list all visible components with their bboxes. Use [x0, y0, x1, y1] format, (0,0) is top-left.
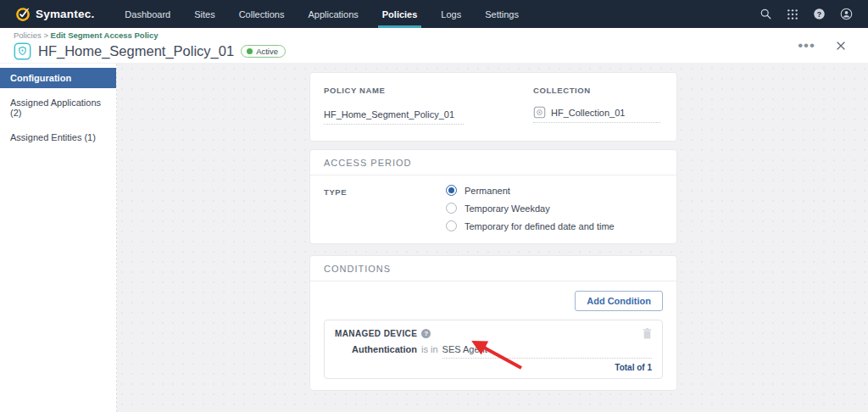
delete-condition-icon[interactable]: [643, 328, 652, 339]
nav-item-policies[interactable]: Policies: [370, 0, 430, 28]
breadcrumb: Policies > Edit Segment Access Policy: [14, 31, 286, 40]
sidebar: Configuration Assigned Applications (2) …: [0, 64, 117, 412]
breadcrumb-current: Edit Segment Access Policy: [51, 31, 159, 40]
symantec-logo-icon: [15, 7, 31, 22]
body-row: Configuration Assigned Applications (2) …: [0, 64, 868, 412]
breadcrumb-separator: >: [43, 31, 48, 40]
page-title: HF_Home_Segment_Policy_01: [38, 43, 234, 59]
policy-name-input[interactable]: [324, 109, 464, 125]
radio-option-temporary-datetime[interactable]: Temporary for defined date and time: [446, 220, 615, 231]
nav-item-collections[interactable]: Collections: [227, 0, 297, 28]
condition-type-label: MANAGED DEVICE: [335, 329, 417, 338]
access-type-radio-group: Permanent Temporary Weekday Temporary fo…: [446, 185, 615, 231]
policy-name-field-group: POLICY NAME: [324, 86, 533, 125]
nav-item-applications[interactable]: Applications: [296, 0, 370, 28]
symantec-logo[interactable]: Symantec.: [15, 7, 94, 22]
sidebar-item-configuration[interactable]: Configuration: [0, 68, 116, 88]
top-nav: Symantec. Dashboard Sites Collections Ap…: [0, 0, 868, 28]
type-label: TYPE: [324, 185, 446, 220]
nav-item-settings[interactable]: Settings: [473, 0, 531, 28]
radio-temporary-weekday-label: Temporary Weekday: [465, 203, 550, 214]
page-header: Policies > Edit Segment Access Policy HF…: [0, 28, 868, 64]
condition-help-icon[interactable]: ?: [421, 329, 431, 338]
condition-total: Total of 1: [335, 363, 652, 372]
access-period-header: ACCESS PERIOD: [310, 150, 676, 175]
conditions-header: CONDITIONS: [310, 256, 676, 281]
nav-item-logs[interactable]: Logs: [429, 0, 473, 28]
search-icon[interactable]: [760, 8, 772, 20]
radio-option-permanent[interactable]: Permanent: [446, 185, 615, 196]
nav-links: Dashboard Sites Collections Applications…: [113, 0, 531, 28]
status-badge: Active: [241, 45, 286, 58]
radio-temporary-datetime-label: Temporary for defined date and time: [465, 221, 615, 231]
title-row: HF_Home_Segment_Policy_01 Active: [14, 42, 286, 60]
radio-temporary-datetime[interactable]: [446, 220, 457, 231]
header-actions: •••: [798, 41, 854, 51]
nav-item-sites[interactable]: Sites: [182, 0, 226, 28]
account-icon[interactable]: [840, 8, 853, 20]
condition-value[interactable]: SES Agent: [442, 344, 652, 359]
more-options-icon[interactable]: •••: [798, 42, 815, 50]
collection-field-group: COLLECTION HF_Collection_01: [533, 86, 663, 125]
condition-expression: Authentication is in SES Agent: [352, 344, 652, 359]
status-dot-icon: [247, 48, 253, 54]
policy-details-card: POLICY NAME COLLECTION HF_Collection_01: [309, 72, 677, 142]
brand-name: Symantec.: [36, 8, 94, 20]
conditions-card: CONDITIONS Add Condition MANAGED DEVICE …: [309, 255, 677, 391]
collection-label: COLLECTION: [533, 86, 663, 95]
policy-shield-icon: [14, 42, 31, 60]
close-icon[interactable]: [836, 41, 846, 51]
nav-item-dashboard[interactable]: Dashboard: [113, 0, 182, 28]
radio-option-temporary-weekday[interactable]: Temporary Weekday: [446, 203, 615, 214]
access-period-card: ACCESS PERIOD TYPE Permanent Temporary W…: [309, 149, 677, 244]
main-content: POLICY NAME COLLECTION HF_Collection_01: [117, 64, 868, 412]
radio-permanent-label: Permanent: [465, 186, 510, 196]
collection-name: HF_Collection_01: [551, 108, 625, 118]
collection-value[interactable]: HF_Collection_01: [533, 106, 660, 123]
condition-attribute: Authentication: [352, 344, 417, 354]
svg-text:?: ?: [817, 10, 821, 19]
condition-operator: is in: [421, 344, 438, 354]
radio-temporary-weekday[interactable]: [446, 203, 457, 214]
radio-permanent[interactable]: [446, 185, 457, 196]
nav-actions: ?: [760, 8, 853, 20]
status-label: Active: [256, 47, 278, 56]
breadcrumb-policies[interactable]: Policies: [14, 31, 42, 40]
help-icon[interactable]: ?: [813, 8, 826, 20]
collection-icon: [533, 106, 546, 119]
policy-name-label: POLICY NAME: [324, 86, 533, 95]
header-left: Policies > Edit Segment Access Policy HF…: [14, 31, 286, 60]
sidebar-item-assigned-applications[interactable]: Assigned Applications (2): [0, 92, 116, 123]
add-condition-button[interactable]: Add Condition: [575, 291, 663, 311]
apps-grid-icon[interactable]: [787, 8, 798, 20]
condition-item: MANAGED DEVICE ? Authentication is in SE…: [324, 320, 663, 379]
sidebar-item-assigned-entities[interactable]: Assigned Entities (1): [0, 127, 116, 148]
